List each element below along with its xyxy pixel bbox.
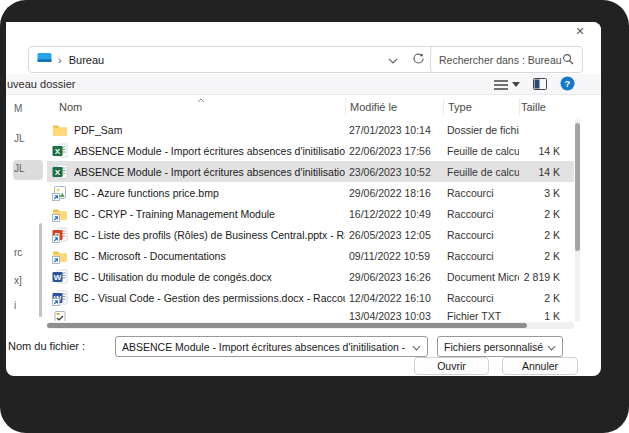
address-bar[interactable]: › Bureau bbox=[28, 46, 436, 73]
chevron-down-icon[interactable] bbox=[547, 341, 556, 353]
nav-item-fragment[interactable]: i bbox=[14, 300, 16, 311]
file-modified: 16/12/2022 10:49 bbox=[345, 208, 443, 220]
file-row[interactable]: XABSENCE Module - Import écritures absen… bbox=[47, 140, 574, 161]
nav-item-fragment[interactable]: x] bbox=[14, 275, 22, 286]
file-size: 2 K bbox=[519, 208, 574, 220]
file-type: Feuille de calcul ... bbox=[443, 166, 519, 178]
open-file-dialog: × › Bureau Rechercher dans : Bureau bbox=[6, 22, 601, 376]
folder-shortcut-icon bbox=[52, 206, 68, 222]
file-name: BC - CRYP - Training Management Module bbox=[74, 208, 275, 220]
txt-icon bbox=[52, 310, 68, 321]
file-modified: 22/06/2023 17:56 bbox=[345, 145, 443, 157]
file-modified: 09/11/2022 10:59 bbox=[345, 250, 443, 262]
file-modified: 26/05/2023 12:05 bbox=[345, 229, 443, 241]
file-type: Raccourci bbox=[443, 292, 519, 304]
file-name: ABSENCE Module - Import écritures absenc… bbox=[74, 166, 345, 178]
file-type: Raccourci bbox=[443, 229, 519, 241]
vertical-scrollbar[interactable] bbox=[575, 119, 580, 322]
filename-value: ABSENCE Module - Import écritures absenc… bbox=[122, 341, 408, 353]
nav-item-fragment[interactable]: JL bbox=[14, 163, 25, 174]
chevron-down-icon[interactable] bbox=[412, 341, 421, 353]
file-row[interactable]: PBC - Liste des profils (Rôles) de Busin… bbox=[47, 224, 574, 245]
word-icon: W bbox=[52, 269, 68, 285]
breadcrumb-location[interactable]: Bureau bbox=[69, 54, 104, 66]
ppt-shortcut-icon: P bbox=[52, 227, 68, 243]
file-name: BC - Microsoft - Documentations bbox=[74, 250, 226, 262]
file-row[interactable]: XABSENCE Module - Import écritures absen… bbox=[47, 161, 574, 182]
image-shortcut-icon bbox=[52, 185, 68, 201]
vertical-scrollbar-thumb[interactable] bbox=[575, 123, 580, 251]
open-button[interactable]: Ouvrir bbox=[414, 357, 489, 375]
file-size: 14 K bbox=[519, 166, 574, 178]
command-toolbar: uveau dossier ? bbox=[6, 74, 601, 95]
file-row[interactable]: 13/04/2023 10:03Fichier TXT1 K bbox=[47, 308, 574, 321]
nav-item-fragment[interactable]: M bbox=[14, 103, 22, 114]
filename-input[interactable]: ABSENCE Module - Import écritures absenc… bbox=[115, 336, 428, 357]
word-shortcut-icon: W bbox=[52, 290, 68, 306]
file-modified: 27/01/2023 10:14 bbox=[345, 124, 443, 136]
file-type: Document Micros... bbox=[443, 271, 519, 283]
breadcrumb-separator: › bbox=[58, 54, 62, 66]
svg-text:X: X bbox=[55, 168, 61, 177]
file-name: BC - Liste des profils (Rôles) de Busine… bbox=[74, 229, 345, 241]
column-header-row: Nom Modifié le Type Taille bbox=[47, 95, 574, 119]
column-header-modified[interactable]: Modifié le bbox=[345, 98, 443, 116]
file-name: BC - Utilisation du module de congés.doc… bbox=[74, 271, 272, 283]
svg-text:X: X bbox=[55, 147, 61, 156]
file-row[interactable]: WBC - Visual Code - Gestion des permissi… bbox=[47, 287, 574, 308]
refresh-icon[interactable] bbox=[412, 52, 425, 67]
file-size: 2 K bbox=[519, 250, 574, 262]
nav-scrollbar[interactable] bbox=[39, 223, 42, 317]
filename-label: Nom du fichier : bbox=[8, 340, 85, 352]
help-icon[interactable]: ? bbox=[560, 76, 575, 93]
file-row[interactable]: PDF_Sam27/01/2023 10:14Dossier de fichie… bbox=[47, 119, 574, 140]
file-list-body: PDF_Sam27/01/2023 10:14Dossier de fichie… bbox=[47, 119, 574, 322]
cancel-button[interactable]: Annuler bbox=[502, 357, 578, 375]
new-folder-button[interactable]: uveau dossier bbox=[7, 78, 76, 90]
file-row[interactable]: BC - Azure functions price.bmp29/06/2022… bbox=[47, 182, 574, 203]
column-header-type[interactable]: Type bbox=[443, 98, 519, 116]
column-header-name[interactable]: Nom bbox=[47, 101, 345, 113]
close-icon[interactable]: × bbox=[572, 23, 588, 39]
file-modified: 29/06/2023 16:26 bbox=[345, 271, 443, 283]
folder-icon bbox=[52, 122, 68, 138]
file-size: 2 K bbox=[519, 292, 574, 304]
horizontal-scrollbar[interactable] bbox=[47, 322, 574, 329]
file-row[interactable]: BC - CRYP - Training Management Module16… bbox=[47, 203, 574, 224]
desktop-icon bbox=[37, 52, 52, 67]
column-header-size[interactable]: Taille bbox=[519, 98, 574, 116]
filetype-value: Fichiers personnalisés (*.xlsx;*.* bbox=[444, 341, 543, 353]
search-input[interactable]: Rechercher dans : Bureau bbox=[430, 46, 583, 73]
excel-icon: X bbox=[52, 143, 68, 159]
file-type: Raccourci bbox=[443, 250, 519, 262]
excel-icon: X bbox=[52, 164, 68, 180]
nav-item-fragment[interactable]: JL bbox=[14, 133, 25, 144]
search-icon bbox=[562, 53, 574, 67]
file-size: 2 819 K bbox=[519, 271, 574, 283]
file-modified: 29/06/2022 18:16 bbox=[345, 187, 443, 199]
file-name: PDF_Sam bbox=[74, 124, 122, 136]
file-size: 14 K bbox=[519, 145, 574, 157]
filetype-select[interactable]: Fichiers personnalisés (*.xlsx;*.* bbox=[437, 336, 563, 357]
svg-text:W: W bbox=[54, 273, 62, 282]
file-size: 3 K bbox=[519, 187, 574, 199]
file-row[interactable]: WBC - Utilisation du module de congés.do… bbox=[47, 266, 574, 287]
file-type: Raccourci bbox=[443, 208, 519, 220]
search-text: Rechercher dans : Bureau bbox=[439, 54, 562, 66]
file-type: Raccourci bbox=[443, 187, 519, 199]
view-options-icon[interactable] bbox=[494, 79, 520, 91]
screenshot-frame: × › Bureau Rechercher dans : Bureau bbox=[0, 0, 629, 433]
chevron-down-icon[interactable] bbox=[388, 54, 398, 66]
file-modified: 23/06/2023 10:52 bbox=[345, 166, 443, 178]
file-type: Feuille de calcul ... bbox=[443, 145, 519, 157]
file-name: BC - Visual Code - Gestion des permissio… bbox=[74, 292, 345, 304]
file-row[interactable]: BC - Microsoft - Documentations09/11/202… bbox=[47, 245, 574, 266]
preview-pane-icon[interactable] bbox=[533, 78, 547, 92]
file-name: ABSENCE Module - Import écritures absenc… bbox=[74, 145, 345, 157]
file-type: Fichier TXT bbox=[443, 310, 519, 321]
title-bar: × bbox=[6, 22, 601, 40]
file-modified: 13/04/2023 10:03 bbox=[345, 310, 443, 321]
file-type: Dossier de fichiers bbox=[443, 124, 519, 136]
nav-item-fragment[interactable]: rc bbox=[14, 247, 22, 258]
horizontal-scrollbar-thumb[interactable] bbox=[47, 323, 527, 328]
